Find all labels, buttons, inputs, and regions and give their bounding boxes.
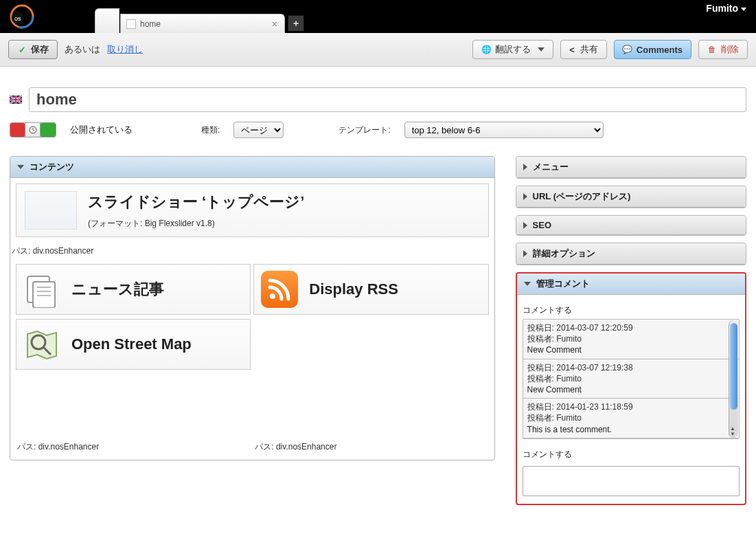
rss-block-label: Display RSS	[309, 280, 398, 298]
svg-point-13	[270, 293, 275, 299]
tab-blank-stub[interactable]	[95, 8, 119, 33]
svg-text:os: os	[14, 15, 21, 22]
map-icon	[23, 326, 60, 363]
rss-icon	[261, 271, 298, 308]
published-label: 公開されている	[70, 124, 133, 136]
comment-list: 投稿日: 2014-03-07 12:20:59 投稿者: Fumito New…	[523, 319, 740, 439]
state-red[interactable]	[10, 123, 25, 137]
slideshow-block[interactable]: スライドショー ‘トップページ’ (フォーマット: Big Flexslider…	[16, 183, 489, 237]
comment-item: 投稿日: 2014-03-07 12:19:38 投稿者: Fumito New…	[523, 359, 739, 399]
slideshow-thumbnail	[25, 191, 77, 230]
path-label-1: パス: div.nosEnhancer	[12, 245, 493, 257]
news-block[interactable]: ニュース記事	[16, 264, 251, 315]
content-panel-title: コンテンツ	[30, 161, 74, 173]
comment-input-label: コメントする	[523, 449, 740, 460]
document-icon	[126, 19, 136, 29]
chevron-down-icon	[538, 47, 545, 52]
template-select[interactable]: top 12, below 6-6	[404, 122, 604, 138]
user-menu[interactable]: Fumito	[706, 3, 746, 14]
comment-author: 投稿者: Fumito	[527, 333, 735, 344]
menu-panel-header[interactable]: メニュー	[516, 157, 746, 178]
comment-date: 投稿日: 2014-01-23 11:18:59	[527, 401, 735, 412]
delete-label: 削除	[721, 43, 739, 56]
cancel-link[interactable]: 取り消し	[107, 43, 143, 56]
chevron-down-icon	[17, 165, 24, 169]
comment-input[interactable]	[523, 466, 740, 496]
url-panel: URL (ページのアドレス)	[516, 186, 746, 208]
share-button[interactable]: <共有	[560, 40, 607, 59]
tab-title: home	[140, 19, 265, 29]
publish-state-toggle[interactable]	[10, 122, 56, 137]
share-label: 共有	[580, 43, 598, 56]
advanced-panel-title: 詳細オプション	[533, 247, 595, 260]
news-block-label: ニュース記事	[71, 279, 164, 300]
comment-icon	[623, 45, 632, 54]
comment-item: 投稿日: 2014-01-23 11:18:59 投稿者: Fumito Thi…	[523, 399, 739, 438]
close-icon[interactable]: ×	[269, 19, 280, 30]
path-label-2: パス: div.nosEnhancer	[17, 441, 249, 453]
type-select[interactable]: ページ	[233, 122, 284, 138]
uk-flag-icon	[10, 96, 22, 104]
chevron-right-icon	[523, 222, 527, 229]
admin-comments-header[interactable]: 管理コメント	[517, 274, 745, 295]
chevron-right-icon	[523, 164, 527, 170]
save-button[interactable]: 保存	[8, 40, 58, 59]
comment-date: 投稿日: 2014-03-07 12:19:38	[527, 362, 735, 373]
slideshow-subtitle: (フォーマット: Big Flexslider v1.8)	[88, 218, 304, 230]
type-label: 種類:	[201, 124, 220, 136]
comment-body: New Comment	[527, 344, 735, 355]
comment-author: 投稿者: Fumito	[527, 373, 735, 384]
translate-button[interactable]: 翻訳する	[472, 40, 553, 59]
comment-body: This is a test comment.	[527, 424, 735, 435]
menu-panel: メニュー	[516, 156, 746, 179]
trash-icon	[707, 45, 717, 54]
save-label: 保存	[31, 43, 49, 56]
comments-label: Comments	[637, 45, 683, 55]
chevron-right-icon	[523, 193, 527, 200]
content-panel: コンテンツ スライドショー ‘トップページ’ (フォーマット: Big Flex…	[10, 156, 495, 460]
admin-comments-title: 管理コメント	[536, 278, 590, 290]
clock-icon	[25, 123, 40, 137]
tab-home[interactable]: home ×	[120, 14, 285, 33]
news-icon	[23, 271, 60, 308]
chevron-down-icon	[524, 282, 531, 286]
comments-button[interactable]: Comments	[614, 40, 691, 59]
or-text: あるいは	[65, 43, 100, 56]
comment-item: 投稿日: 2014-03-07 12:20:59 投稿者: Fumito New…	[523, 320, 739, 359]
comment-author: 投稿者: Fumito	[527, 412, 735, 423]
globe-icon	[481, 45, 491, 54]
content-panel-header[interactable]: コンテンツ	[10, 157, 494, 178]
osm-block-label: Open Street Map	[71, 335, 192, 353]
comment-body: New Comment	[527, 384, 735, 395]
os-logo: os	[5, 3, 38, 30]
chevron-down-icon	[741, 8, 746, 11]
delete-button[interactable]: 削除	[698, 40, 748, 59]
scroll-arrows[interactable]: ▲▼	[729, 426, 737, 437]
comment-section-label: コメントする	[523, 304, 740, 316]
template-label: テンプレート:	[339, 124, 390, 136]
comment-date: 投稿日: 2014-03-07 12:20:59	[527, 322, 735, 333]
translate-label: 翻訳する	[495, 43, 531, 56]
url-panel-title: URL (ページのアドレス)	[533, 190, 631, 203]
add-tab-button[interactable]: +	[288, 15, 304, 32]
seo-panel-title: SEO	[533, 220, 551, 230]
seo-panel-header[interactable]: SEO	[516, 216, 746, 235]
page-title-input[interactable]	[29, 87, 746, 112]
rss-block[interactable]: Display RSS	[253, 264, 488, 315]
path-label-3: パス: div.nosEnhancer	[255, 441, 487, 453]
seo-panel: SEO	[516, 215, 746, 236]
url-panel-header[interactable]: URL (ページのアドレス)	[516, 186, 746, 208]
state-green[interactable]	[41, 123, 56, 137]
menu-panel-title: メニュー	[533, 161, 569, 173]
admin-comments-panel: 管理コメント コメントする 投稿日: 2014-03-07 12:20:59 投…	[516, 272, 746, 505]
slideshow-title: スライドショー ‘トップページ’	[88, 192, 304, 212]
state-scheduled[interactable]	[25, 123, 41, 137]
check-icon	[17, 45, 27, 54]
osm-block[interactable]: Open Street Map	[16, 319, 251, 370]
scrollbar[interactable]: ▲▼	[729, 320, 738, 438]
advanced-panel-header[interactable]: 詳細オプション	[516, 243, 746, 265]
advanced-panel: 詳細オプション	[516, 243, 746, 265]
scrollbar-thumb[interactable]	[730, 323, 737, 410]
username-label: Fumito	[706, 3, 738, 14]
chevron-right-icon	[523, 250, 527, 257]
